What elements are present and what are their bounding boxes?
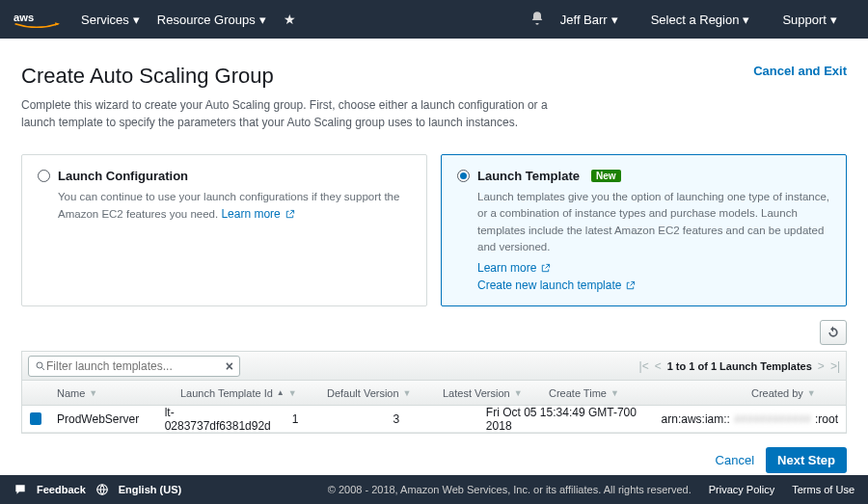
- feedback-link[interactable]: Feedback: [37, 484, 86, 495]
- filter-input[interactable]: [46, 359, 226, 373]
- resource-groups-menu[interactable]: Resource Groups▾: [157, 13, 266, 27]
- notifications-icon[interactable]: [529, 11, 545, 29]
- pager-next-icon[interactable]: >: [818, 359, 825, 373]
- col-create-time[interactable]: Create Time▼: [541, 387, 744, 399]
- refresh-icon: [827, 326, 840, 339]
- cancel-link[interactable]: Cancel: [716, 453, 754, 467]
- cancel-and-exit-link[interactable]: Cancel and Exit: [753, 64, 847, 78]
- services-menu[interactable]: Services▾: [81, 13, 140, 27]
- col-name[interactable]: Name▼: [49, 387, 173, 399]
- radio-off-icon[interactable]: [38, 170, 50, 182]
- row-checkbox[interactable]: [30, 412, 41, 425]
- copyright-text: © 2008 - 2018, Amazon Web Services, Inc.…: [328, 484, 692, 495]
- launch-configuration-card[interactable]: Launch Configuration You can continue to…: [21, 154, 427, 306]
- pager-prev-icon[interactable]: <: [655, 359, 662, 373]
- top-nav: aws Services▾ Resource Groups▾ ★ Jeff Ba…: [0, 0, 868, 39]
- col-default-version[interactable]: Default Version▼: [319, 387, 435, 399]
- search-icon: [35, 360, 46, 372]
- terms-of-use-link[interactable]: Terms of Use: [792, 484, 854, 495]
- col-created-by[interactable]: Created by▼: [744, 387, 846, 399]
- footer: Feedback English (US) © 2008 - 2018, Ama…: [0, 475, 868, 504]
- feedback-icon: [14, 483, 27, 496]
- launch-templates-table: × |< < 1 to 1 of 1 Launch Templates > >|…: [21, 351, 847, 434]
- col-id[interactable]: Launch Template Id▲▼: [173, 387, 319, 399]
- clear-filter-button[interactable]: ×: [226, 358, 233, 374]
- learn-more-link[interactable]: Learn more: [477, 261, 830, 275]
- caret-down-icon: ▾: [133, 13, 140, 27]
- language-selector[interactable]: English (US): [119, 484, 181, 495]
- account-menu[interactable]: Jeff Barr▾: [560, 13, 618, 27]
- next-step-button[interactable]: Next Step: [766, 447, 847, 473]
- external-link-icon: [285, 209, 295, 220]
- new-badge: New: [591, 170, 621, 182]
- caret-down-icon: ▾: [259, 13, 266, 27]
- aws-logo[interactable]: aws: [14, 11, 60, 28]
- svg-text:aws: aws: [14, 12, 34, 23]
- globe-icon: [95, 483, 109, 496]
- pager-last-icon[interactable]: >|: [830, 359, 840, 373]
- privacy-policy-link[interactable]: Privacy Policy: [709, 484, 774, 495]
- table-row[interactable]: ProdWebServer lt-0283737df6381d92d 1 3 F…: [22, 406, 846, 433]
- pager: |< < 1 to 1 of 1 Launch Templates > >|: [639, 359, 840, 373]
- create-new-launch-template-link[interactable]: Create new launch template: [477, 279, 830, 292]
- filter-input-wrapper: ×: [28, 356, 240, 377]
- radio-on-icon[interactable]: [457, 170, 470, 182]
- external-link-icon: [625, 280, 636, 291]
- region-menu[interactable]: Select a Region▾: [651, 13, 750, 27]
- col-latest-version[interactable]: Latest Version▼: [435, 387, 541, 399]
- page-title: Create Auto Scaling Group: [21, 64, 274, 89]
- pager-first-icon[interactable]: |<: [639, 359, 649, 373]
- external-link-icon: [540, 263, 551, 274]
- learn-more-link[interactable]: Learn more: [221, 205, 294, 223]
- svg-point-1: [37, 362, 42, 368]
- pin-icon[interactable]: ★: [284, 12, 296, 27]
- support-menu[interactable]: Support▾: [782, 13, 837, 27]
- refresh-button[interactable]: [820, 320, 847, 345]
- page-description: Complete this wizard to create your Auto…: [21, 96, 561, 131]
- launch-template-card[interactable]: Launch Template New Launch templates giv…: [441, 154, 847, 306]
